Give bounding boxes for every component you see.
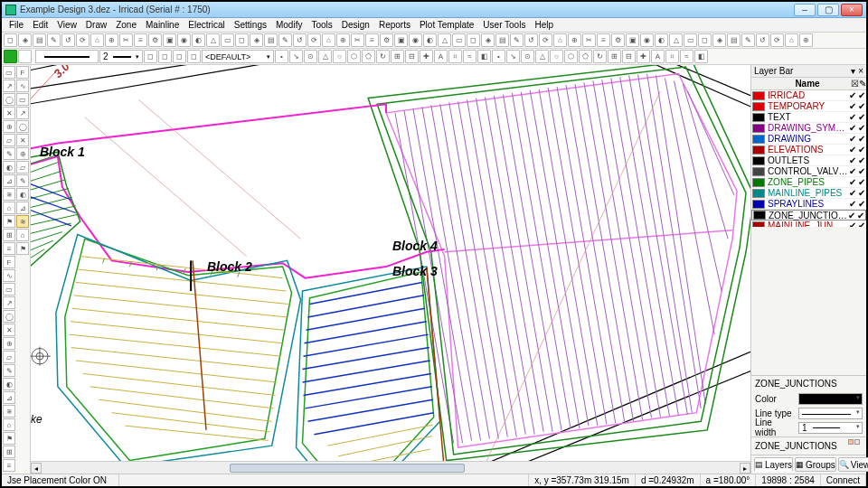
tool-button[interactable]: ✎ (3, 364, 15, 377)
layer-visible-toggle[interactable]: ✔ (848, 166, 857, 176)
layer-visible-toggle[interactable]: ✔ (848, 112, 857, 122)
toolbar-button[interactable]: ⬡ (347, 50, 361, 63)
toolbar-button[interactable]: ◻ (235, 33, 249, 47)
toolbar-button[interactable]: ◧ (694, 50, 708, 63)
tool-button[interactable]: ▭ (3, 66, 15, 79)
layer-visible-toggle[interactable]: ✔ (847, 211, 856, 221)
toolbar-button[interactable]: △ (206, 33, 220, 47)
layer-visible-toggle[interactable]: ✔ (848, 145, 857, 155)
tool-button[interactable]: ▱ (16, 161, 29, 174)
toolbar-button[interactable]: ◻ (698, 33, 712, 47)
tool-button[interactable]: ↗ (16, 107, 29, 119)
tool-button[interactable]: ∿ (16, 80, 29, 92)
layer-row[interactable]: IRRICAD✔✔ (751, 90, 866, 101)
layer-swatch[interactable] (752, 91, 765, 100)
toolbar-button[interactable]: ◐ (192, 33, 205, 47)
toolbar-button[interactable]: ✂ (119, 33, 133, 47)
toolbar-button[interactable]: ◻ (144, 50, 157, 63)
toolbar-button[interactable]: ⌂ (785, 33, 798, 47)
toolbar-button[interactable]: ◧ (477, 50, 491, 63)
tool-button[interactable]: ▱ (3, 134, 15, 146)
layer-row[interactable]: CONTROL_VALVES✔✔ (751, 166, 866, 177)
layer-edit-toggle[interactable]: ✔ (857, 199, 866, 209)
toolbar-button[interactable]: ≈ (463, 50, 476, 63)
tool-button[interactable]: ⌂ (3, 202, 15, 214)
menu-reports[interactable]: Reports (375, 20, 414, 30)
toolbar-button[interactable]: ⊙ (521, 50, 534, 63)
toolbar-button[interactable]: ▭ (221, 33, 234, 47)
tool-button[interactable]: ⊿ (3, 174, 15, 187)
menu-draw[interactable]: Draw (82, 20, 110, 30)
layer-swatch[interactable] (752, 124, 765, 133)
toolbar-button[interactable]: ✂ (351, 33, 364, 47)
layer-visible-toggle[interactable]: ✔ (848, 199, 857, 209)
tool-button[interactable]: ✕ (16, 134, 29, 146)
panel-menu-icon[interactable]: ▾ (851, 66, 855, 76)
toolbar-button[interactable]: ◐ (655, 33, 668, 47)
toolbar-button[interactable]: ↻ (593, 50, 607, 63)
tool-button[interactable]: F (3, 256, 15, 268)
toolbar-button[interactable]: ⊕ (799, 33, 813, 47)
toolbar-button[interactable]: ⟳ (539, 33, 552, 47)
toolbar-button[interactable]: ↘ (506, 50, 520, 63)
toolbar-button[interactable]: • (275, 50, 288, 63)
toolbar-button[interactable]: ↻ (376, 50, 390, 63)
toolbar-button[interactable]: ⊙ (304, 50, 317, 63)
toolbar-button[interactable]: ⚙ (611, 33, 625, 47)
tool-button[interactable]: ↗ (3, 80, 15, 92)
toolbar-button[interactable]: ◉ (409, 33, 422, 47)
toolbar-button[interactable]: ≈ (680, 50, 693, 63)
layer-row[interactable]: SPRAYLINES✔✔ (751, 199, 866, 210)
layer-grid[interactable]: Name ☒ ✎ IRRICAD✔✔TEMPORARY✔✔TEXT✔✔DRAWI… (751, 78, 866, 227)
toolbar-button[interactable]: • (492, 50, 505, 63)
menu-user-tools[interactable]: User Tools (479, 20, 529, 30)
color-picker[interactable] (798, 393, 863, 405)
tool-button[interactable]: ≋ (16, 215, 29, 228)
layer-row[interactable]: DRAWING✔✔ (751, 134, 866, 145)
layer-edit-toggle[interactable]: ✔ (857, 155, 866, 165)
toolbar-button[interactable]: ✚ (420, 50, 433, 63)
props-action-icons[interactable] (848, 439, 863, 450)
menu-zone[interactable]: Zone (112, 20, 140, 30)
layer-row[interactable]: TEXT✔✔ (751, 112, 866, 123)
tool-button[interactable]: ◯ (16, 120, 29, 133)
layer-visible-toggle[interactable]: ✔ (848, 188, 857, 198)
toolbar-button[interactable]: ⊞ (608, 50, 621, 63)
toolbar-button[interactable]: ◉ (177, 33, 191, 47)
toolbar-button[interactable]: ⊕ (105, 33, 118, 47)
toolbar-button[interactable]: ✚ (637, 50, 650, 63)
toolbar-button[interactable]: ▭ (452, 33, 466, 47)
toolbar-button[interactable]: ⬠ (362, 50, 375, 63)
toolbar-button[interactable]: ◻ (467, 33, 480, 47)
toolbar-button[interactable]: ◈ (18, 33, 32, 47)
layer-row[interactable]: DRAWING_SYMBOLS✔✔ (751, 123, 866, 134)
toolbar-button[interactable]: ◻ (187, 50, 201, 63)
fill-color-white[interactable] (18, 50, 32, 63)
layer-edit-toggle[interactable]: ✔ (857, 90, 866, 100)
toolbar-button[interactable]: ✎ (510, 33, 524, 47)
layer-visible-toggle[interactable]: ✔ (848, 123, 857, 133)
toolbar-button[interactable]: ⌂ (553, 33, 567, 47)
tool-button[interactable]: ▭ (16, 93, 29, 106)
toolbar-button[interactable]: ≡ (134, 33, 147, 47)
panel-close-icon[interactable]: × (858, 66, 863, 76)
layer-swatch[interactable] (752, 113, 765, 122)
menu-view[interactable]: View (53, 20, 80, 30)
layer-swatch[interactable] (752, 178, 765, 187)
layer-swatch[interactable] (752, 135, 765, 144)
layer-name-header[interactable]: Name (764, 79, 851, 89)
tool-button[interactable]: ✎ (3, 147, 15, 160)
minimize-button[interactable]: – (794, 4, 816, 16)
toolbar-button[interactable]: ◻ (173, 50, 186, 63)
tool-button[interactable]: ◐ (16, 188, 29, 201)
tool-button[interactable]: ⊞ (3, 446, 15, 458)
menu-tools[interactable]: Tools (307, 20, 335, 30)
tool-button[interactable]: ≋ (3, 405, 15, 418)
horizontal-scrollbar[interactable]: ◂ ▸ (31, 461, 750, 474)
tool-button[interactable]: ▱ (3, 351, 15, 363)
layer-swatch[interactable] (752, 200, 765, 209)
layer-edit-toggle[interactable]: ✔ (857, 177, 866, 187)
linetype-dropdown[interactable] (798, 408, 863, 419)
tool-button[interactable]: ⚑ (3, 432, 15, 445)
toolbar-button[interactable]: ↺ (293, 33, 307, 47)
